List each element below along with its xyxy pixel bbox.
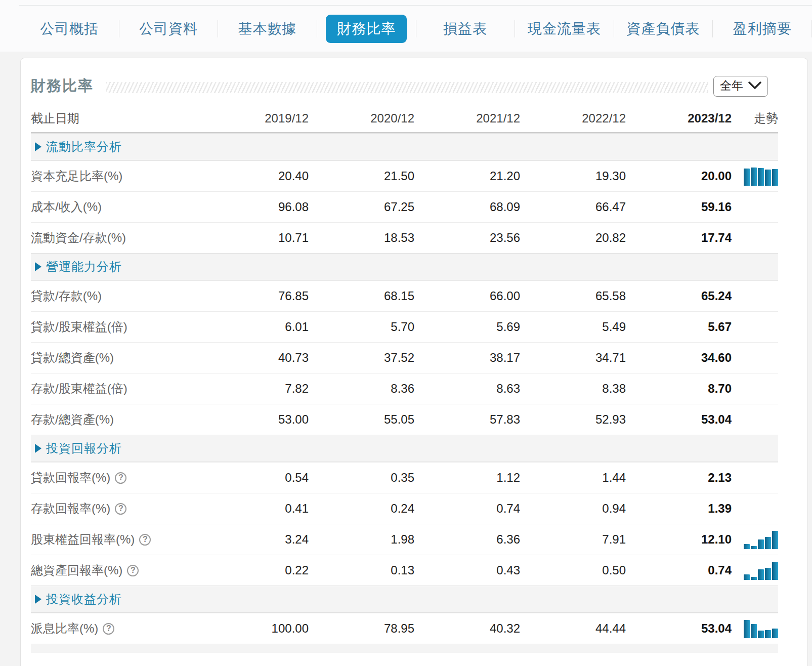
tab-基本數據[interactable]: 基本數據 (227, 15, 308, 43)
value-cell: 53.04 (626, 621, 732, 636)
section-header-row[interactable]: 投資收益分析 (31, 586, 778, 613)
value-cell: 18.53 (309, 231, 414, 245)
row-label: 貸款回報率(%) (31, 470, 110, 486)
row-label: 貸款/總資產(%) (31, 350, 114, 366)
value-cell: 66.47 (520, 200, 626, 214)
help-icon[interactable]: ? (103, 623, 114, 635)
value-cell: 67.25 (309, 200, 414, 214)
value-cell: 21.50 (309, 169, 414, 183)
help-icon[interactable]: ? (139, 534, 151, 546)
value-cell: 5.49 (520, 320, 626, 334)
value-cell: 68.15 (309, 289, 414, 303)
tab-公司資料[interactable]: 公司資料 (128, 15, 209, 43)
section-header-row[interactable]: 營運能力分析 (31, 253, 778, 280)
row-label-cell: 流動資金/存款(%) (31, 230, 203, 246)
help-icon[interactable]: ? (115, 503, 126, 515)
tab-損益表[interactable]: 損益表 (432, 15, 498, 43)
table-row: 貸款回報率(%)?0.540.351.121.442.13 (31, 462, 778, 493)
help-icon[interactable]: ? (127, 565, 139, 576)
tab-wrapper: 盈利摘要 (713, 15, 811, 43)
trend-bar (772, 169, 778, 186)
table-row: 資本充足比率(%)20.4021.5021.2019.3020.00 (31, 160, 778, 191)
row-label-cell: 貸款/存款(%) (31, 288, 203, 304)
value-cell: 0.35 (309, 471, 414, 485)
tab-資產負債表[interactable]: 資產負債表 (616, 15, 711, 43)
value-cell: 10.71 (203, 231, 309, 245)
value-cell: 53.00 (203, 412, 309, 427)
section-header-row[interactable]: 流動比率分析 (31, 133, 778, 160)
value-cell: 8.38 (520, 382, 626, 396)
value-cell: 1.44 (520, 471, 626, 485)
next-section-row-partial (31, 644, 778, 653)
column-header-2019/12: 2019/12 (203, 111, 309, 126)
row-label-cell: 總資產回報率(%)? (31, 562, 203, 578)
row-label-cell: 貸款/股東權益(倍) (31, 319, 203, 335)
row-label-cell: 存款/總資產(%) (31, 411, 203, 428)
row-label: 派息比率(%) (31, 620, 98, 637)
value-cell: 8.36 (309, 382, 414, 396)
tab-wrapper: 財務比率 (317, 15, 416, 43)
value-cell: 0.41 (203, 502, 309, 516)
trend-mini-bar-chart (744, 619, 778, 638)
tab-wrapper: 現金流量表 (515, 15, 614, 43)
column-header-2023/12: 2023/12 (626, 111, 732, 126)
row-label: 存款/股東權益(倍) (31, 381, 127, 397)
section-title: 流動比率分析 (46, 139, 122, 155)
value-cell: 5.67 (626, 320, 732, 334)
value-cell: 40.73 (203, 351, 309, 365)
decorative-stripes (106, 82, 708, 93)
triangle-right-icon (35, 595, 41, 604)
row-label: 股東權益回報率(%) (31, 531, 135, 548)
financial-ratios-panel: 財務比率 全年 截止日期2019/122020/122021/122022/12… (20, 58, 808, 666)
page-title: 財務比率 (31, 76, 94, 96)
value-cell: 34.60 (626, 351, 732, 365)
value-cell: 0.94 (520, 502, 626, 516)
value-cell: 55.05 (309, 412, 414, 427)
column-header-2022/12: 2022/12 (520, 111, 626, 126)
value-cell: 0.50 (520, 563, 626, 577)
help-icon[interactable]: ? (115, 472, 126, 484)
value-cell: 76.85 (203, 289, 309, 303)
trend-cell (732, 561, 778, 580)
trend-bar (758, 539, 764, 549)
tab-現金流量表[interactable]: 現金流量表 (517, 15, 612, 43)
value-cell: 0.54 (203, 471, 309, 485)
tab-wrapper: 基本數據 (218, 15, 317, 43)
section-header-row[interactable]: 投資回報分析 (31, 435, 778, 462)
trend-bar (751, 546, 757, 549)
tab-盈利摘要[interactable]: 盈利摘要 (722, 15, 803, 43)
table-row: 流動資金/存款(%)10.7118.5323.5620.8217.74 (31, 222, 778, 253)
section-title: 營運能力分析 (46, 259, 122, 275)
value-cell: 1.39 (626, 502, 732, 516)
tab-公司概括[interactable]: 公司概括 (29, 15, 110, 43)
trend-mini-bar-chart (744, 166, 778, 186)
trend-cell (732, 619, 778, 638)
value-cell: 8.70 (626, 382, 732, 396)
value-cell: 0.22 (203, 563, 309, 577)
value-cell: 53.04 (626, 412, 732, 427)
triangle-right-icon (35, 444, 41, 453)
value-cell: 40.32 (414, 621, 520, 636)
triangle-right-icon (35, 262, 41, 271)
value-cell: 34.71 (520, 351, 626, 365)
tab-wrapper: 公司資料 (119, 15, 218, 43)
value-cell: 1.98 (309, 532, 414, 547)
period-dropdown[interactable]: 全年 (713, 76, 768, 97)
column-header-2021/12: 2021/12 (414, 111, 520, 126)
column-header-2020/12: 2020/12 (309, 111, 414, 126)
value-cell: 7.91 (520, 532, 626, 547)
value-cell: 68.09 (414, 200, 520, 214)
trend-bar (772, 531, 778, 549)
tab-財務比率[interactable]: 財務比率 (326, 15, 407, 43)
section-title: 投資收益分析 (46, 591, 122, 607)
trend-bar (751, 624, 757, 638)
table-header-row: 截止日期2019/122020/122021/122022/122023/12走… (31, 105, 778, 133)
value-cell: 59.16 (626, 200, 732, 214)
table-row: 股東權益回報率(%)?3.241.986.367.9112.10 (31, 524, 778, 555)
value-cell: 37.52 (309, 351, 414, 365)
trend-bar (744, 574, 750, 580)
tab-bar: 公司概括公司資料基本數據財務比率損益表現金流量表資產負債表盈利摘要 (20, 6, 812, 52)
row-label: 流動資金/存款(%) (31, 230, 126, 246)
value-cell: 65.24 (626, 289, 732, 303)
row-label: 成本/收入(%) (31, 199, 102, 215)
